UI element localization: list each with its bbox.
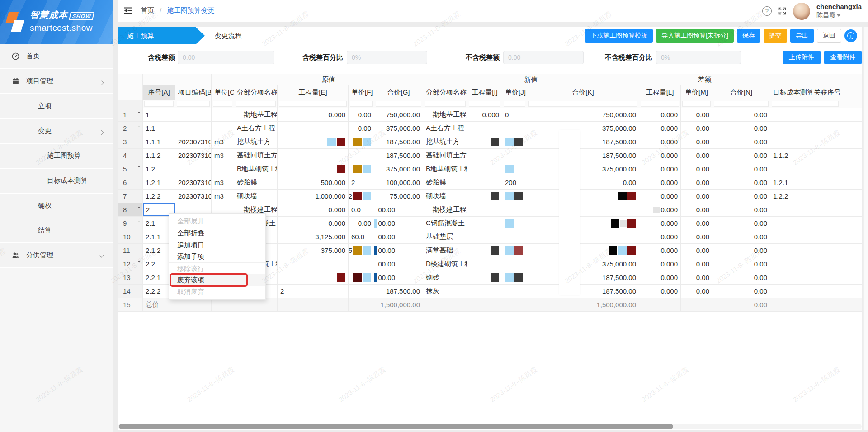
cell-G[interactable]: 00.00 (374, 257, 423, 271)
cell-A[interactable]: 1.2.2 (143, 190, 175, 203)
cell-M[interactable]: 0.00 (681, 149, 712, 162)
cell-K[interactable]: 1,500,000.00 (527, 298, 639, 312)
row-number-cell[interactable]: 11 (118, 244, 143, 257)
cell-H[interactable]: 砌砖 (423, 271, 467, 285)
cell-O[interactable]: 1.1.2 (770, 149, 840, 162)
cell-M[interactable]: 0.00 (681, 176, 712, 190)
cell-L[interactable]: 0.000 (639, 203, 681, 217)
cell-B[interactable] (175, 108, 212, 122)
cell-K[interactable]: 375,000.00 (527, 122, 639, 135)
cell-B[interactable]: 2023073105 (175, 190, 212, 203)
cell-E[interactable]: 1,000.000 (278, 190, 349, 203)
cell-M[interactable]: 0.00 (681, 203, 712, 217)
cell-F[interactable]: 2 (349, 176, 374, 190)
breadcrumb-home[interactable]: 首页 (141, 6, 154, 14)
column-filter-L[interactable] (641, 101, 679, 107)
cell-B[interactable] (175, 162, 212, 176)
cell-E[interactable]: 2 (278, 285, 349, 298)
cell-I[interactable] (467, 271, 502, 285)
cell-N[interactable]: 0.00 (712, 230, 770, 244)
cell-G[interactable]: 00.00 (374, 244, 423, 257)
cell-A[interactable]: 1.1.1 (143, 135, 175, 149)
cell-G[interactable]: 187,500.00 (374, 149, 423, 162)
cell-D[interactable]: 挖基坑土方 (234, 135, 278, 149)
column-header-B[interactable]: 项目编码[B] (175, 85, 212, 100)
column-header-I[interactable]: 工程量[I] (467, 85, 502, 100)
cell-I[interactable] (467, 162, 502, 176)
cell-L[interactable]: 0.000 (639, 162, 681, 176)
cell-F[interactable] (349, 149, 374, 162)
cell-O[interactable] (770, 230, 840, 244)
cell-F[interactable]: 0.00 (349, 122, 374, 135)
cell-I[interactable] (467, 298, 502, 312)
cell-C[interactable]: m3 (212, 149, 234, 162)
cell-B[interactable] (175, 122, 212, 135)
upload-attachment-button[interactable]: 上传附件 (783, 51, 821, 64)
row-number-cell[interactable]: 14 (118, 285, 143, 298)
tab-change-flow[interactable]: 变更流程 (215, 27, 242, 44)
cell-F[interactable]: 5 (349, 244, 374, 257)
cell-K[interactable] (527, 217, 639, 230)
cell-F[interactable] (349, 271, 374, 285)
horizontal-scrollbar-thumb[interactable] (119, 424, 673, 429)
cell-F[interactable] (349, 285, 374, 298)
cell-K[interactable] (527, 190, 639, 203)
column-filter-G[interactable] (376, 101, 421, 107)
info-icon[interactable]: i (844, 29, 857, 42)
cell-N[interactable]: 0.00 (712, 176, 770, 190)
cell-J[interactable]: 0 (502, 108, 527, 122)
cell-E[interactable] (278, 271, 349, 285)
cell-M[interactable] (681, 298, 712, 312)
column-filter-O[interactable] (772, 101, 839, 107)
column-header-L[interactable]: 工程量[L] (639, 85, 681, 100)
cell-E[interactable]: 0.000 (278, 108, 349, 122)
sidebar-item-5[interactable]: 目标成本测算 (0, 169, 113, 194)
vertical-scrollbar[interactable] (863, 27, 868, 430)
cell-F[interactable]: 0.00 (349, 108, 374, 122)
cell-N[interactable]: 0.00 (712, 298, 770, 312)
cell-I[interactable] (467, 203, 502, 217)
row-number-cell[interactable]: 7 (118, 190, 143, 203)
download-template-button[interactable]: 下载施工图预算模版 (585, 29, 653, 43)
cell-E[interactable] (278, 122, 349, 135)
cell-C[interactable] (212, 162, 234, 176)
cell-N[interactable]: 0.00 (712, 217, 770, 230)
cell-L[interactable]: 0.000 (639, 244, 681, 257)
column-header-F[interactable]: 单价[F] (349, 85, 374, 100)
cell-M[interactable]: 0.00 (681, 271, 712, 285)
cell-L[interactable]: 0.000 (639, 217, 681, 230)
cell-L[interactable]: 0.000 (639, 190, 681, 203)
cell-K[interactable] (527, 230, 639, 244)
cell-I[interactable] (467, 217, 502, 230)
cell-K[interactable]: 0.00 (527, 176, 639, 190)
cell-A[interactable]: 1.2 (143, 162, 175, 176)
export-button[interactable]: 导出 (790, 29, 814, 43)
untaxed-diff-input[interactable] (503, 51, 584, 64)
sidebar-item-2[interactable]: 立项 (0, 94, 113, 119)
column-header-C[interactable]: 单位[C] (212, 85, 234, 100)
column-filter-N[interactable] (714, 101, 769, 107)
column-filter-D[interactable] (236, 101, 276, 107)
cell-G[interactable]: 750,000.00 (374, 108, 423, 122)
cell-G[interactable]: 375,000.00 (374, 162, 423, 176)
cell-O[interactable] (770, 271, 840, 285)
cell-C[interactable]: m3 (212, 176, 234, 190)
cell-M[interactable]: 0.00 (681, 230, 712, 244)
cell-N[interactable]: 0.00 (712, 271, 770, 285)
cell-J[interactable] (502, 230, 527, 244)
cell-L[interactable]: 0.000 (639, 108, 681, 122)
cell-F[interactable]: 0.0 (349, 203, 374, 217)
cell-M[interactable]: 0.00 (681, 162, 712, 176)
cell-O[interactable]: 1.2.2 (770, 190, 840, 203)
cell-H[interactable]: 一期楼建工程 (423, 203, 467, 217)
cell-G[interactable]: 00.00 (374, 271, 423, 285)
cell-O[interactable] (770, 135, 840, 149)
cell-G[interactable]: 187,500.00 (374, 285, 423, 298)
cell-J[interactable] (502, 135, 527, 149)
cell-H[interactable]: 抹灰 (423, 285, 467, 298)
cell-C[interactable] (212, 122, 234, 135)
cell-C[interactable]: m3 (212, 135, 234, 149)
column-header-A[interactable]: 序号[A] (143, 85, 175, 100)
save-button[interactable]: 保存 (737, 29, 760, 43)
cell-L[interactable]: 0.000 (639, 230, 681, 244)
